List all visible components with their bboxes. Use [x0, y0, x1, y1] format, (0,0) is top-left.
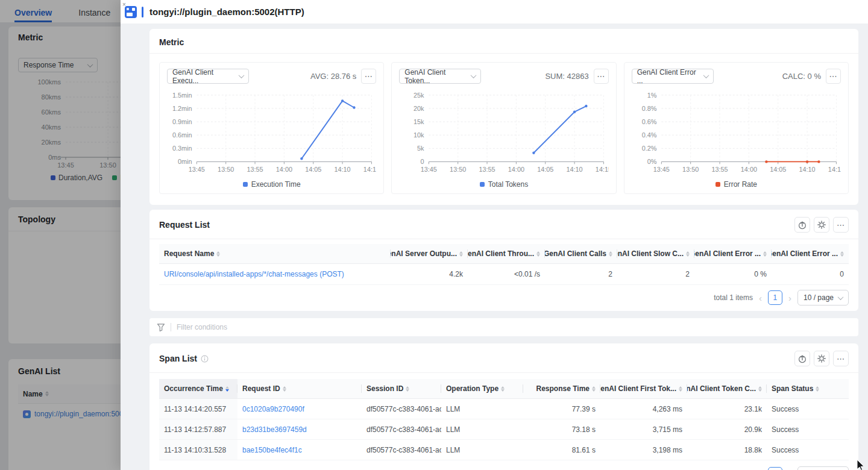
sort-icon[interactable]	[216, 251, 220, 257]
col-occurrence-time[interactable]: Occurrence Time	[159, 379, 237, 398]
col-response-time[interactable]: Response Time	[523, 379, 600, 398]
col-operation-type[interactable]: Operation Type	[441, 379, 523, 398]
cell-token-count: 20.9k	[687, 419, 767, 439]
metric-select[interactable]: GenAI Client Token...	[399, 69, 481, 84]
more-button[interactable]: ⋯	[833, 217, 849, 233]
chevron-down-icon	[838, 294, 844, 300]
span-table-row: 11-13 14:10:31.528 bae150be4fec4f1c df50…	[159, 440, 849, 460]
page-number-button[interactable]: 1	[768, 290, 782, 305]
svg-text:14:00: 14:00	[740, 166, 756, 173]
divider	[149, 53, 858, 54]
request-table-header: Request Name GenAI Server Outpu... GenAI…	[159, 244, 849, 264]
stat-value: AVG: 28.76 s	[310, 72, 356, 81]
request-id-link[interactable]: bae150be4fec4f1c	[242, 446, 302, 454]
cell-response-time: 77.39 s	[523, 399, 600, 419]
execution-time-chart: 0min0.3min0.6min0.9min1.2min1.5min13:451…	[167, 89, 376, 179]
chart-legend[interactable]: Error Rate	[632, 180, 841, 189]
request-list-pagination: total 1 items ‹ 1 › 10 / page	[159, 289, 849, 307]
col-client-calls[interactable]: GenAI Client Calls	[545, 244, 617, 263]
more-button[interactable]: ⋯	[594, 69, 609, 84]
column-settings-button[interactable]	[814, 217, 829, 233]
svg-text:1.5min: 1.5min	[172, 92, 192, 99]
sort-icon[interactable]	[763, 251, 767, 257]
export-button[interactable]	[794, 217, 810, 233]
next-page-button[interactable]: ›	[787, 293, 793, 303]
span-table-row: 11-13 14:14:20.557 0c1020a9b270490f df50…	[159, 399, 849, 419]
error-rate-panel: GenAI Client Error ... CALC: 0 % ⋯ 0%0.2…	[624, 62, 849, 194]
sort-icon[interactable]	[501, 386, 505, 392]
svg-text:5k: 5k	[417, 145, 424, 152]
col-client-throughput[interactable]: GenAI Client Throu...	[468, 244, 545, 263]
legend-label: Total Tokens	[488, 180, 529, 189]
screen: Overview Instance Request Metric Respons…	[0, 0, 868, 470]
svg-text:14:15: 14:15	[596, 166, 608, 173]
col-session-id[interactable]: Session ID	[362, 379, 441, 398]
svg-text:0.9min: 0.9min	[172, 118, 192, 125]
legend-dot	[480, 182, 485, 187]
sort-icon[interactable]	[459, 251, 463, 257]
request-list-card: Request List ⋯ Request Name GenAI Se	[149, 210, 858, 311]
export-button[interactable]	[794, 351, 810, 366]
chart-legend[interactable]: Total Tokens	[399, 180, 608, 189]
svg-text:0.6%: 0.6%	[641, 118, 656, 125]
sort-icon[interactable]	[225, 386, 229, 392]
page-number-button[interactable]: 1	[768, 467, 782, 470]
sort-icon[interactable]	[609, 251, 612, 257]
svg-text:0.4%: 0.4%	[641, 131, 656, 139]
svg-text:14:05: 14:05	[305, 166, 321, 173]
more-button[interactable]: ⋯	[833, 351, 849, 366]
request-name-link[interactable]: URI/console/api/installed-apps/*/chat-me…	[164, 270, 344, 278]
col-span-status[interactable]: Span Status	[767, 379, 849, 398]
sort-icon[interactable]	[686, 251, 690, 257]
cell-occurrence-time: 11-13 14:12:57.887	[159, 419, 237, 439]
col-token-count[interactable]: GenAI Client Token C...	[687, 379, 767, 398]
col-client-errors[interactable]: GenAI Client Error ...	[772, 244, 849, 263]
sort-icon[interactable]	[679, 386, 682, 392]
cell-span-status: Success	[767, 399, 849, 419]
sort-icon[interactable]	[536, 251, 540, 257]
sort-icon[interactable]	[816, 386, 819, 392]
page-size-select[interactable]: 10 / page	[797, 466, 849, 470]
cell-session-id: df50577c-c383-4061-ac3...	[362, 399, 441, 419]
svg-text:20k: 20k	[414, 105, 424, 112]
cell-operation-type: LLM	[441, 399, 523, 419]
column-settings-button[interactable]	[814, 351, 829, 366]
chart-legend[interactable]: Execution Time	[167, 180, 376, 189]
page-size-select[interactable]: 10 / page	[797, 290, 849, 306]
col-server-output[interactable]: GenAI Server Outpu...	[391, 244, 468, 263]
title-accent-bar	[142, 7, 143, 17]
svg-text:14:15: 14:15	[828, 166, 841, 173]
more-button[interactable]: ⋯	[826, 69, 841, 84]
sort-icon[interactable]	[406, 386, 409, 392]
col-request-id[interactable]: Request ID	[237, 379, 362, 398]
filter-bar	[149, 318, 858, 336]
sort-icon[interactable]	[758, 386, 762, 392]
svg-text:25k: 25k	[414, 92, 424, 99]
metric-card: Metric GenAI Client Execu... AVG: 28.76 …	[149, 29, 858, 205]
sort-icon[interactable]	[592, 386, 596, 392]
metric-section-title: Metric	[159, 37, 849, 47]
request-id-link[interactable]: 0c1020a9b270490f	[242, 405, 304, 413]
sort-icon[interactable]	[283, 386, 286, 392]
sort-icon[interactable]	[840, 251, 844, 257]
prev-page-button[interactable]: ‹	[758, 293, 763, 303]
request-id-link[interactable]: b23d31be3697459d	[242, 425, 307, 434]
col-client-slow-calls[interactable]: GenAI Client Slow C...	[617, 244, 694, 263]
metric-select[interactable]: GenAI Client Error ...	[632, 69, 714, 84]
col-first-token[interactable]: GenAI Client First Tok...	[600, 379, 687, 398]
modal-overlay[interactable]	[0, 0, 121, 470]
more-button[interactable]: ⋯	[361, 69, 376, 84]
info-icon[interactable]	[201, 355, 209, 363]
filter-input[interactable]	[177, 323, 851, 331]
close-icon[interactable]: ×	[122, 2, 126, 8]
col-request-name[interactable]: Request Name	[159, 244, 391, 263]
svg-text:13:55: 13:55	[247, 166, 263, 173]
svg-text:0: 0	[421, 158, 424, 165]
cell-token-count: 23.1k	[687, 399, 767, 419]
error-rate-chart: 0%0.2%0.4%0.6%0.8%1%13:4513:5013:5514:00…	[632, 89, 841, 179]
cell-session-id: df50577c-c383-4061-ac3...	[362, 419, 441, 439]
cell-operation-type: LLM	[441, 440, 523, 460]
svg-text:14:10: 14:10	[567, 166, 583, 173]
col-client-error-rate[interactable]: GenAI Client Error ...	[694, 244, 772, 263]
metric-select[interactable]: GenAI Client Execu...	[167, 69, 249, 84]
